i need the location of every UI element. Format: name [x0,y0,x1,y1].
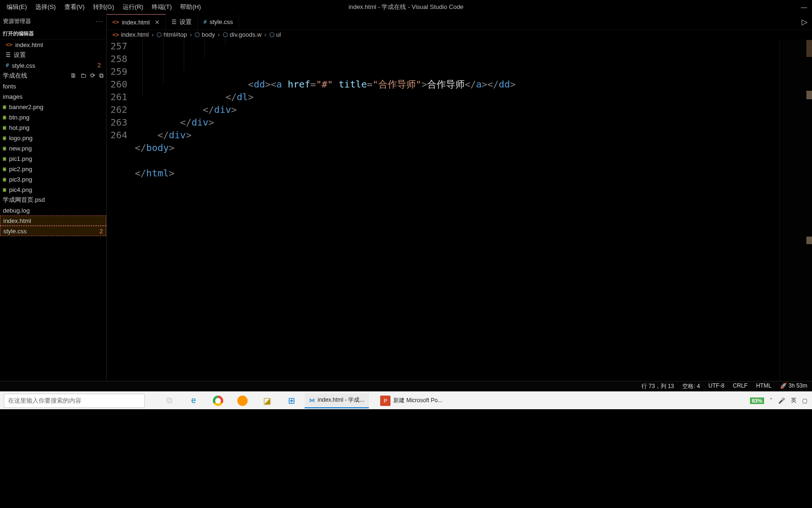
status-spaces[interactable]: 空格: 4 [682,382,700,390]
project-name: 学成在线 [3,71,27,80]
status-language[interactable]: HTML [756,382,772,390]
file-label: pic1.png [9,155,32,162]
file-item[interactable]: ▣pic2.png [0,164,106,174]
refresh-icon[interactable]: ⟳ [90,72,95,79]
tab-index-html[interactable]: <> index.html ✕ [107,14,166,30]
more-icon[interactable]: ··· [96,18,103,24]
sticky-notes-icon[interactable]: ◪ [260,394,273,407]
file-label: debug.log [3,207,30,214]
new-folder-icon[interactable]: 🗀 [80,72,86,79]
image-icon: ▣ [3,124,6,131]
minimap[interactable] [779,39,812,390]
menu-run[interactable]: 运行(R) [119,1,147,13]
file-item[interactable]: ▣logo.png [0,133,106,143]
new-file-icon[interactable]: 🗎 [70,72,77,79]
file-item[interactable]: ▣banner2.png [0,102,106,112]
open-editors-title[interactable]: 打开的编辑器 [0,28,106,40]
edge-icon[interactable]: e [187,394,200,407]
open-editor-label: 设置 [14,51,26,59]
code-editor[interactable]: 257258259260261262263264 <dd><a href="#"… [107,39,812,390]
file-item[interactable]: ▣pic1.png [0,153,106,164]
title-bar: 编辑(E) 选择(S) 查看(V) 转到(G) 运行(R) 终端(T) 帮助(H… [0,0,812,14]
file-label: index.html [3,217,31,224]
tray-mic-icon[interactable]: 🎤 [778,397,785,404]
folder[interactable]: fonts [0,81,106,91]
status-eol[interactable]: CRLF [733,382,748,390]
breadcrumb-item[interactable]: body [202,31,215,38]
breadcrumb[interactable]: <> index.html › ⬡ html#top › ⬡ body › ⬡ … [107,30,812,39]
firefox-icon[interactable] [236,394,249,407]
taskbar-app-vscode[interactable]: ⋈ index.html - 学成... [304,393,369,408]
open-editor-item[interactable]: # style.css 2 [0,60,106,71]
tag-icon: ⬡ [195,31,200,38]
calculator-icon[interactable]: ⊞ [285,394,298,407]
editor-area: <> index.html ✕ ☰ 设置 # style.css ▷ <> in… [107,14,812,390]
file-item[interactable]: style.css 2 [0,226,106,236]
menu-help[interactable]: 帮助(H) [176,1,204,13]
file-item[interactable]: debug.log [0,205,106,215]
tray-ime-icon[interactable]: 英 [791,397,796,405]
search-placeholder: 在这里输入你要搜索的内容 [8,397,81,405]
file-item[interactable]: ▣btn.png [0,112,106,122]
taskbar-search[interactable]: 在这里输入你要搜索的内容 [4,394,145,408]
editor-actions: ▷ [797,14,812,30]
menu-selection[interactable]: 选择(S) [31,1,59,13]
file-item[interactable]: ▣hot.png [0,122,106,133]
image-icon: ▣ [3,176,6,183]
tray-notifications-icon[interactable]: ▢ [802,397,807,404]
battery-badge[interactable]: 83% [750,397,764,404]
minimize-button[interactable]: — [799,4,809,11]
file-label: pic4.png [9,186,32,193]
project-root[interactable]: 学成在线 🗎 🗀 ⟳ ⧉ [0,71,106,81]
file-item[interactable]: 学成网首页.psd [0,195,106,205]
tray-chevron-icon[interactable]: ˄ [770,397,773,404]
window-controls: — [799,4,809,11]
html-icon: <> [112,32,119,38]
tag-icon: ⬡ [269,31,274,38]
open-editor-label: index.html [15,41,43,48]
open-editor-item[interactable]: ☰ 设置 [0,50,106,60]
powerpoint-icon: P [380,396,390,406]
status-cursor[interactable]: 行 73，列 13 [641,382,674,390]
folder[interactable]: images [0,91,106,102]
status-timer[interactable]: 🚀 3h 53m [780,382,807,390]
tab-settings[interactable]: ☰ 设置 [166,14,198,30]
taskbar-app-powerpoint[interactable]: P 新建 Microsoft Po... [375,393,447,408]
chrome-icon[interactable] [211,394,225,407]
breadcrumb-item[interactable]: div.goods.w [230,31,262,38]
html-icon: <> [6,41,12,48]
file-label: pic2.png [9,166,32,173]
menu-edit[interactable]: 编辑(E) [3,1,31,13]
breadcrumb-item[interactable]: html#top [164,31,187,38]
folder-label: fonts [3,83,16,90]
file-tree: fonts images ▣banner2.png ▣btn.png ▣hot.… [0,81,106,236]
breadcrumb-item[interactable]: ul [276,31,281,38]
menu-go[interactable]: 转到(G) [89,1,118,13]
breadcrumb-item[interactable]: index.html [121,31,148,38]
close-icon[interactable]: ✕ [155,19,160,26]
system-tray: 83% ˄ 🎤 英 ▢ [750,397,812,405]
code-content[interactable]: <dd><a href="#" title="合作导师">合作导师</a></d… [135,39,779,390]
run-icon[interactable]: ▷ [802,17,807,26]
html-icon: <> [112,19,119,25]
open-editor-item[interactable]: <> index.html [0,40,106,50]
tab-style-css[interactable]: # style.css [198,14,239,30]
file-item[interactable]: ▣new.png [0,143,106,153]
open-editor-label: style.css [12,62,35,69]
file-label: banner2.png [9,103,43,111]
image-icon: ▣ [3,145,6,151]
file-item[interactable]: index.html [0,215,106,226]
status-encoding[interactable]: UTF-8 [709,382,725,390]
menu-terminal[interactable]: 终端(T) [148,1,176,13]
status-bar: 行 73，列 13 空格: 4 UTF-8 CRLF HTML 🚀 3h 53m [0,381,812,391]
collapse-icon[interactable]: ⧉ [99,72,103,79]
file-label: pic3.png [9,176,32,183]
menu-view[interactable]: 查看(V) [61,1,88,13]
file-item[interactable]: ▣pic3.png [0,174,106,184]
image-icon: ▣ [3,155,6,162]
settings-icon: ☰ [172,19,177,25]
file-item[interactable]: ▣pic4.png [0,184,106,195]
task-view-icon[interactable]: ⧉ [163,394,176,407]
tag-icon: ⬡ [156,31,162,38]
explorer-sidebar: 资源管理器 ··· 打开的编辑器 <> index.html ☰ 设置 # st… [0,14,107,390]
